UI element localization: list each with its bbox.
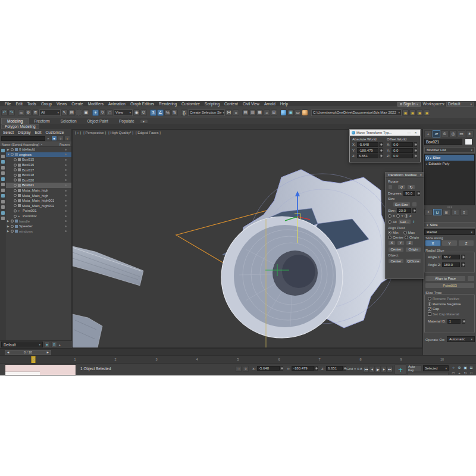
snaps-toggle-icon[interactable]: 3: [150, 109, 156, 116]
display-tab-icon[interactable]: ▭: [458, 130, 465, 137]
display-all-icon[interactable]: [1, 149, 5, 152]
curve-editor-icon[interactable]: ≈: [264, 109, 270, 116]
frozen-toggle[interactable]: [65, 174, 67, 176]
menu-scripting[interactable]: Scripting: [202, 102, 222, 106]
spinner-control[interactable]: [280, 366, 283, 371]
orbit-icon[interactable]: ↻: [462, 370, 468, 375]
toggle-ribbon-icon[interactable]: ▦: [256, 109, 263, 116]
get-button[interactable]: Get...: [398, 219, 411, 224]
align-to-face-button[interactable]: Align to Face: [425, 275, 466, 281]
pivot-origin-radio[interactable]: [405, 236, 408, 239]
eye-icon[interactable]: [14, 184, 17, 187]
list-item[interactable]: + Point002: [6, 214, 71, 219]
display-bones-icon[interactable]: [1, 200, 5, 203]
minimize-icon[interactable]: —: [406, 131, 412, 134]
set-size-button[interactable]: Set Size: [393, 202, 411, 207]
list-item[interactable]: Box016: [6, 162, 71, 168]
frozen-toggle[interactable]: [65, 205, 67, 206]
redo-icon[interactable]: ↷: [8, 109, 15, 116]
create-selection-set-dropdown[interactable]: Create Selection Se ▾: [188, 109, 225, 116]
utilities-tab-icon[interactable]: ∗: [466, 130, 474, 137]
modify-tab-icon[interactable]: ▱: [433, 130, 440, 137]
menu-civil-view[interactable]: Civil View: [240, 102, 262, 106]
filter-icon[interactable]: ▼: [51, 136, 57, 141]
degrees-field[interactable]: 90.0: [403, 191, 415, 196]
modifier-list-dropdown[interactable]: Modifier List ▾: [424, 147, 475, 153]
frozen-toggle[interactable]: [65, 195, 67, 196]
frozen-toggle[interactable]: [65, 159, 67, 161]
zoom-extents-all-icon[interactable]: ⊞: [468, 365, 474, 370]
render-setup-icon[interactable]: ▣: [287, 109, 294, 116]
open-asset-library-icon[interactable]: ▣: [416, 109, 423, 116]
viewport-menu-shading[interactable]: [ Edged Faces ]: [136, 131, 161, 134]
spinner-control[interactable]: [379, 148, 383, 153]
rotate-cw-icon[interactable]: ↻: [407, 184, 415, 190]
spinner-control[interactable]: [314, 366, 318, 371]
offset-x-field[interactable]: 0.0: [392, 142, 413, 147]
frame-back-icon[interactable]: ◄: [7, 350, 10, 354]
spinner-control[interactable]: [414, 154, 417, 158]
display-xrefs-icon[interactable]: [1, 194, 5, 198]
selection-filter-dropdown[interactable]: All ▾: [39, 109, 61, 116]
align-icon[interactable]: ≡: [233, 109, 239, 116]
menu-create[interactable]: Create: [69, 102, 86, 106]
eye-icon[interactable]: [11, 225, 14, 228]
eye-icon[interactable]: [426, 156, 429, 159]
size-mode-button[interactable]: [412, 202, 417, 207]
window-crossing-icon[interactable]: ▣: [83, 109, 89, 116]
modifier-stack-item-editable-poly[interactable]: ▸ Editable Poly: [425, 161, 474, 167]
polygon-modeling-panel-tab[interactable]: Polygon Modeling: [1, 124, 39, 129]
tab-selection[interactable]: Selection: [55, 118, 82, 124]
toolbox-titlebar[interactable]: Transform Toolbox ×: [386, 173, 424, 178]
frozen-toggle[interactable]: [65, 210, 67, 212]
spinner-control[interactable]: [412, 208, 416, 213]
ribbon-minimize-icon[interactable]: ▾: [140, 119, 148, 124]
modifier-stack-item-slice[interactable]: ▸ Slice: [425, 155, 474, 161]
set-key-icon[interactable]: +: [394, 364, 406, 375]
play-icon[interactable]: ▶: [375, 366, 381, 372]
angle-snap-icon[interactable]: ∠: [157, 109, 164, 116]
second-row-buttons[interactable]: [408, 372, 449, 375]
create-tab-icon[interactable]: +: [424, 130, 432, 137]
list-item[interactable]: Mota_Main_high: [6, 193, 71, 198]
display-lights-icon[interactable]: [1, 166, 5, 170]
slice-y-button[interactable]: Y: [441, 240, 458, 246]
rotate-ccw-icon[interactable]: ↺: [397, 184, 406, 190]
motion-tab-icon[interactable]: ◎: [449, 130, 457, 137]
menu-group[interactable]: Group: [39, 102, 54, 106]
pan-icon[interactable]: +: [456, 370, 462, 375]
select-and-move-icon[interactable]: +: [92, 109, 99, 116]
frozen-toggle[interactable]: [65, 179, 67, 181]
track-bar[interactable]: 0 1 2 3 4 5 6 7 8 9 10: [0, 355, 476, 363]
point003-button[interactable]: Point003: [425, 283, 475, 289]
bind-to-spacewarp-icon[interactable]: ≋: [32, 109, 39, 116]
reset-align-icon[interactable]: [467, 275, 475, 281]
object-name-field[interactable]: Box021: [424, 139, 462, 145]
list-item-selected[interactable]: Box021: [6, 183, 71, 188]
eye-icon[interactable]: [14, 194, 17, 197]
zoom-all-icon[interactable]: ⊕: [456, 365, 462, 370]
frozen-toggle[interactable]: [65, 215, 67, 217]
list-item[interactable]: Box020: [6, 178, 71, 183]
pivot-x-button[interactable]: X: [388, 240, 396, 246]
dialog-titlebar[interactable]: Move Transform Typ... — ×: [350, 130, 420, 136]
time-slider[interactable]: ◄ 0 / 10 ►: [5, 350, 51, 355]
frozen-toggle[interactable]: [65, 230, 67, 232]
tab-populate[interactable]: Populate: [114, 118, 140, 124]
sign-in-button[interactable]: Sign In ▾: [397, 102, 421, 107]
spinner-control[interactable]: [414, 142, 417, 147]
menu-graph-editors[interactable]: Graph Editors: [128, 102, 156, 106]
use-pivot-point-icon[interactable]: ◉: [133, 109, 140, 116]
frozen-toggle[interactable]: [65, 220, 67, 222]
list-item[interactable]: Mota_Main_high001: [6, 198, 71, 203]
menu-customize[interactable]: Customize: [179, 102, 202, 106]
slice-rollout-header[interactable]: ▼ Slice: [424, 222, 475, 228]
spinner-control[interactable]: [414, 148, 417, 153]
angle2-field[interactable]: 180.0: [442, 262, 460, 267]
offset-z-field[interactable]: 0.0: [392, 154, 413, 158]
frozen-toggle[interactable]: [65, 184, 67, 186]
explorer-menu-edit[interactable]: Edit: [35, 130, 41, 134]
list-item[interactable]: Box015: [6, 157, 71, 162]
list-item[interactable]: Box018: [6, 173, 71, 178]
list-item[interactable]: ▼ engines: [6, 152, 71, 158]
